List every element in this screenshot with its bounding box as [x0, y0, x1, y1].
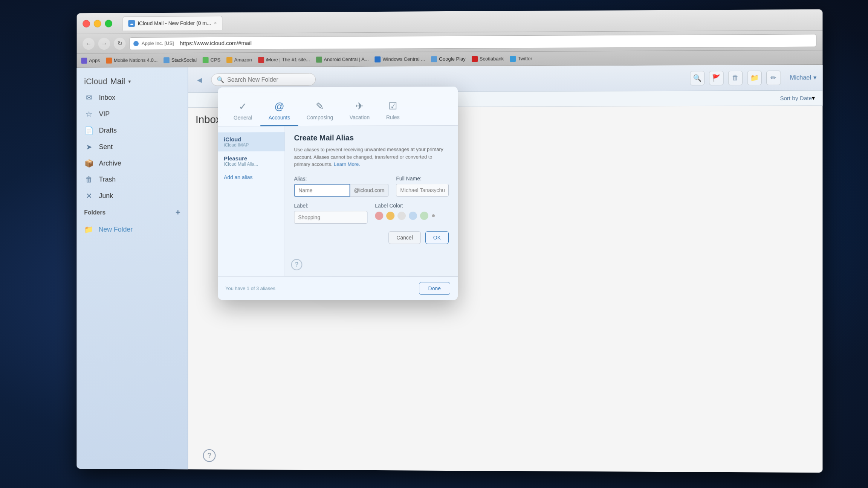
title-bar: ☁ iCloud Mail - New Folder (0 m... ×	[77, 9, 823, 34]
account-icloud[interactable]: iCloud iCloud IMAP	[218, 132, 284, 151]
bookmark-android-central-label: Android Central | A...	[324, 56, 369, 62]
user-info[interactable]: Michael ▾	[790, 74, 816, 81]
label-input[interactable]	[294, 211, 367, 224]
alias-field-col: Alias: @icloud.com	[294, 175, 388, 197]
folder-button[interactable]: 📁	[747, 70, 762, 85]
settings-footer: You have 1 of 3 aliases Done	[218, 276, 458, 300]
bookmark-amazon[interactable]: Amazon	[226, 57, 252, 63]
compose-button[interactable]: ✏	[766, 70, 781, 85]
ok-button[interactable]: OK	[425, 231, 449, 244]
tab-close-button[interactable]: ×	[214, 20, 217, 26]
bookmark-twitter[interactable]: Twitter	[510, 56, 532, 62]
add-alias-link[interactable]: Add an alias	[218, 171, 284, 184]
maximize-window-button[interactable]	[105, 20, 112, 27]
bookmark-apps[interactable]: Apps	[81, 57, 100, 63]
trash-icon: 🗑	[84, 175, 94, 184]
flag-button[interactable]: 🚩	[709, 71, 723, 85]
tab-favicon: ☁	[128, 20, 135, 27]
collapse-sidebar-button[interactable]: ◀	[194, 74, 205, 85]
back-button[interactable]: ←	[83, 38, 94, 50]
color-dot-gray[interactable]	[397, 212, 406, 220]
sidebar-item-sent[interactable]: ➤ Sent	[77, 139, 188, 155]
alias-domain-suffix: @icloud.com	[350, 184, 389, 197]
sidebar-inbox-label: Inbox	[99, 94, 115, 102]
bookmark-mobile-nations[interactable]: Mobile Nations 4.0...	[106, 57, 157, 63]
tab-composing[interactable]: ✎ Composing	[298, 96, 341, 126]
browser-window: ☁ iCloud Mail - New Folder (0 m... × ← →…	[77, 9, 823, 473]
bottom-help-button[interactable]: ?	[203, 449, 216, 462]
search-box[interactable]: 🔍	[211, 73, 316, 86]
android-central-icon	[316, 56, 322, 63]
learn-more-link[interactable]: Learn More.	[334, 161, 360, 167]
sidebar-item-junk[interactable]: ✕ Junk	[77, 188, 188, 204]
label-color-col: Label Color: ●	[375, 202, 449, 220]
sidebar-item-new-folder[interactable]: 📁 New Folder	[77, 221, 188, 238]
bookmark-android-central[interactable]: Android Central | A...	[316, 56, 369, 63]
bookmark-imore[interactable]: iMore | The #1 site...	[258, 56, 310, 63]
color-dot-red[interactable]	[375, 212, 383, 220]
tab-general[interactable]: ✓ General	[225, 96, 260, 127]
refresh-icon: ↻	[117, 40, 122, 47]
full-name-input[interactable]	[396, 183, 449, 196]
mail-brand-text: Mail	[110, 76, 125, 86]
bookmark-scotiabank[interactable]: Scotiabank	[472, 56, 504, 62]
sidebar-item-archive[interactable]: 📦 Archive	[77, 155, 188, 171]
done-button[interactable]: Done	[419, 282, 450, 295]
alias-form-row: Alias: @icloud.com Full Name:	[294, 175, 449, 196]
mail-dropdown-icon[interactable]: ▾	[128, 78, 131, 84]
bookmark-windows-central-label: Windows Central ...	[383, 56, 425, 62]
tab-rules[interactable]: ☑ Rules	[378, 96, 408, 126]
full-name-field-label: Full Name:	[396, 175, 449, 181]
general-tab-label: General	[234, 115, 252, 121]
sidebar-item-drafts[interactable]: 📄 Drafts	[77, 122, 188, 139]
user-name: Michael	[790, 74, 811, 81]
archive-icon: 📦	[84, 159, 94, 168]
refresh-button[interactable]: ↻	[114, 38, 126, 50]
sidebar-item-inbox[interactable]: ✉ Inbox	[77, 89, 188, 106]
back-icon: ←	[86, 40, 92, 47]
address-bar[interactable]: Apple Inc. [US] https://www.icloud.com/#…	[129, 34, 816, 50]
new-folder-icon: 📁	[84, 225, 93, 234]
scotiabank-icon	[472, 56, 478, 62]
account-pleasure[interactable]: Pleasure iCloud Mail Alia...	[218, 151, 284, 171]
sidebar-trash-label: Trash	[99, 175, 116, 183]
search-icon: 🔍	[217, 76, 224, 83]
sidebar-item-vip[interactable]: ☆ VIP	[77, 105, 188, 122]
user-dropdown-icon: ▾	[813, 74, 816, 81]
sort-label[interactable]: Sort by Date	[780, 95, 812, 101]
sidebar-item-trash[interactable]: 🗑 Trash	[77, 171, 188, 188]
forward-button[interactable]: →	[98, 38, 110, 50]
sent-icon: ➤	[84, 142, 94, 151]
vacation-tab-label: Vacation	[350, 114, 370, 120]
bookmark-windows-central[interactable]: Windows Central ...	[375, 56, 425, 63]
close-window-button[interactable]	[83, 20, 90, 27]
filter-button[interactable]: 🔍	[690, 71, 704, 85]
color-dot-green[interactable]	[420, 212, 428, 220]
bookmark-cps[interactable]: CPS	[203, 57, 220, 63]
add-folder-button[interactable]: +	[176, 208, 180, 218]
tab-accounts[interactable]: @ Accounts	[260, 96, 298, 126]
color-dot-blue[interactable]	[409, 212, 417, 220]
account-icloud-type: iCloud IMAP	[224, 142, 279, 148]
help-icon: ?	[295, 261, 298, 268]
delete-button[interactable]: 🗑	[728, 70, 743, 85]
sidebar: iCloud Mail ▾ ✉ Inbox ☆ VIP 📄 Drafts ➤ S…	[77, 67, 188, 470]
cancel-button[interactable]: Cancel	[388, 231, 420, 244]
browser-tab[interactable]: ☁ iCloud Mail - New Folder (0 m... ×	[123, 16, 222, 30]
bookmark-stacksocial[interactable]: StackSocial	[164, 57, 197, 63]
bookmark-imore-label: iMore | The #1 site...	[266, 57, 310, 63]
sort-dropdown-icon[interactable]: ▾	[812, 95, 815, 102]
amazon-icon	[226, 57, 232, 63]
cps-icon	[203, 57, 209, 63]
search-input[interactable]	[227, 76, 302, 83]
color-dot-yellow[interactable]	[386, 212, 394, 220]
imore-icon	[258, 57, 264, 63]
forward-icon: →	[101, 40, 107, 47]
minimize-window-button[interactable]	[94, 20, 101, 27]
help-button-alias[interactable]: ?	[291, 259, 303, 270]
alias-name-input[interactable]	[294, 184, 350, 197]
tab-bar: ☁ iCloud Mail - New Folder (0 m... ×	[123, 16, 222, 30]
tab-vacation[interactable]: ✈ Vacation	[341, 96, 378, 126]
label-field-col: Label:	[294, 203, 367, 224]
bookmark-google-play[interactable]: Google Play	[431, 56, 466, 62]
